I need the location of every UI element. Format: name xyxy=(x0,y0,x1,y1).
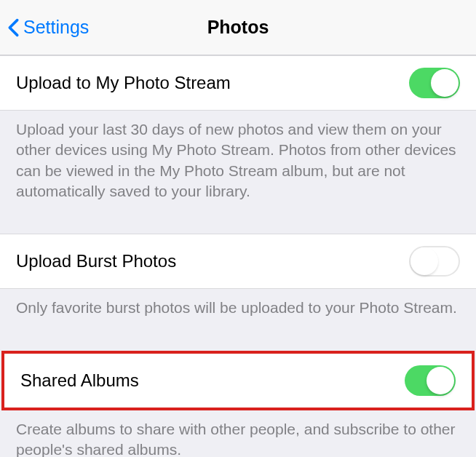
chevron-left-icon xyxy=(7,18,20,37)
photo-stream-row: Upload to My Photo Stream xyxy=(0,55,476,111)
photo-stream-toggle[interactable] xyxy=(409,68,460,98)
shared-albums-row: Shared Albums xyxy=(4,354,472,408)
page-title: Photos xyxy=(207,17,269,38)
shared-albums-label: Shared Albums xyxy=(20,370,139,391)
burst-description: Only favorite burst photos will be uploa… xyxy=(0,289,476,330)
burst-label: Upload Burst Photos xyxy=(16,251,176,271)
shared-albums-highlight: Shared Albums xyxy=(1,351,475,410)
spacer xyxy=(0,330,476,351)
toggle-knob xyxy=(431,69,459,97)
spacer xyxy=(0,213,476,234)
toggle-knob xyxy=(410,247,438,275)
shared-albums-toggle[interactable] xyxy=(405,365,456,396)
back-button[interactable]: Settings xyxy=(7,17,89,38)
header: Settings Photos xyxy=(0,0,476,55)
photo-stream-label: Upload to My Photo Stream xyxy=(16,73,231,93)
shared-albums-description: Create albums to share with other people… xyxy=(0,410,476,457)
toggle-knob xyxy=(427,367,454,394)
back-label: Settings xyxy=(23,17,89,38)
burst-toggle[interactable] xyxy=(409,246,460,277)
burst-row: Upload Burst Photos xyxy=(0,234,476,289)
photo-stream-description: Upload your last 30 days of new photos a… xyxy=(0,111,476,213)
